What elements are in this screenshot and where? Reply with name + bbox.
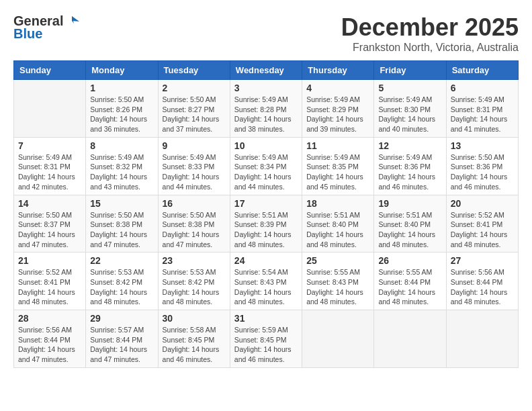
calendar-cell: 18Sunrise: 5:51 AM Sunset: 8:40 PM Dayli… (302, 195, 374, 253)
calendar-cell: 13Sunrise: 5:50 AM Sunset: 8:36 PM Dayli… (446, 137, 518, 195)
logo-bird-icon (64, 14, 79, 29)
calendar-cell (374, 310, 446, 368)
calendar-cell: 15Sunrise: 5:50 AM Sunset: 8:38 PM Dayli… (86, 195, 158, 253)
day-info: Sunrise: 5:50 AM Sunset: 8:37 PM Dayligh… (18, 210, 81, 250)
day-info: Sunrise: 5:51 AM Sunset: 8:40 PM Dayligh… (378, 210, 441, 250)
calendar-cell: 16Sunrise: 5:50 AM Sunset: 8:38 PM Dayli… (158, 195, 230, 253)
day-number: 9 (163, 140, 226, 151)
day-number: 25 (306, 255, 369, 266)
calendar-cell: 17Sunrise: 5:51 AM Sunset: 8:39 PM Dayli… (230, 195, 302, 253)
month-title: December 2025 (341, 13, 519, 42)
location-title: Frankston North, Victoria, Australia (341, 42, 519, 54)
calendar-cell: 31Sunrise: 5:59 AM Sunset: 8:45 PM Dayli… (230, 310, 302, 368)
day-header-saturday: Saturday (446, 61, 518, 80)
day-number: 1 (90, 83, 153, 93)
day-info: Sunrise: 5:49 AM Sunset: 8:35 PM Dayligh… (306, 152, 369, 192)
calendar-cell (14, 80, 86, 138)
day-number: 23 (163, 255, 226, 266)
day-info: Sunrise: 5:51 AM Sunset: 8:40 PM Dayligh… (306, 210, 369, 250)
calendar-cell: 1Sunrise: 5:50 AM Sunset: 8:26 PM Daylig… (86, 80, 158, 138)
day-number: 2 (163, 83, 226, 93)
day-header-tuesday: Tuesday (158, 61, 230, 80)
day-info: Sunrise: 5:49 AM Sunset: 8:29 PM Dayligh… (306, 95, 369, 134)
day-number: 4 (306, 83, 369, 93)
logo-blue-text: Blue (13, 26, 42, 42)
day-number: 16 (163, 198, 226, 209)
day-number: 28 (18, 313, 81, 324)
calendar-cell: 14Sunrise: 5:50 AM Sunset: 8:37 PM Dayli… (14, 195, 86, 253)
calendar-cell: 25Sunrise: 5:55 AM Sunset: 8:43 PM Dayli… (302, 253, 374, 310)
day-info: Sunrise: 5:49 AM Sunset: 8:30 PM Dayligh… (378, 95, 441, 134)
title-section: December 2025 Frankston North, Victoria,… (341, 13, 519, 54)
day-number: 19 (378, 198, 441, 209)
day-info: Sunrise: 5:56 AM Sunset: 8:44 PM Dayligh… (451, 267, 514, 307)
day-info: Sunrise: 5:50 AM Sunset: 8:38 PM Dayligh… (90, 210, 153, 250)
day-info: Sunrise: 5:50 AM Sunset: 8:26 PM Dayligh… (90, 95, 153, 134)
day-number: 20 (451, 198, 514, 209)
calendar-cell: 24Sunrise: 5:54 AM Sunset: 8:43 PM Dayli… (230, 253, 302, 310)
day-number: 30 (163, 313, 226, 324)
calendar-cell: 5Sunrise: 5:49 AM Sunset: 8:30 PM Daylig… (374, 80, 446, 138)
day-info: Sunrise: 5:49 AM Sunset: 8:34 PM Dayligh… (234, 152, 298, 192)
calendar-table: SundayMondayTuesdayWednesdayThursdayFrid… (13, 60, 519, 368)
day-info: Sunrise: 5:57 AM Sunset: 8:44 PM Dayligh… (90, 325, 153, 365)
calendar-cell: 7Sunrise: 5:49 AM Sunset: 8:31 PM Daylig… (14, 137, 86, 195)
calendar-cell: 4Sunrise: 5:49 AM Sunset: 8:29 PM Daylig… (302, 80, 374, 138)
day-info: Sunrise: 5:50 AM Sunset: 8:27 PM Dayligh… (163, 95, 226, 134)
calendar-week-row: 14Sunrise: 5:50 AM Sunset: 8:37 PM Dayli… (14, 195, 519, 253)
calendar-cell: 23Sunrise: 5:53 AM Sunset: 8:42 PM Dayli… (158, 253, 230, 310)
day-number: 14 (18, 198, 81, 209)
day-number: 18 (306, 198, 369, 209)
day-number: 31 (234, 313, 298, 324)
calendar-cell: 10Sunrise: 5:49 AM Sunset: 8:34 PM Dayli… (230, 137, 302, 195)
calendar-week-row: 1Sunrise: 5:50 AM Sunset: 8:26 PM Daylig… (14, 80, 519, 138)
day-number: 29 (90, 313, 153, 324)
day-info: Sunrise: 5:52 AM Sunset: 8:41 PM Dayligh… (451, 210, 514, 250)
day-header-monday: Monday (86, 61, 158, 80)
day-info: Sunrise: 5:50 AM Sunset: 8:36 PM Dayligh… (451, 152, 514, 192)
calendar-cell: 26Sunrise: 5:55 AM Sunset: 8:44 PM Dayli… (374, 253, 446, 310)
calendar-cell: 28Sunrise: 5:56 AM Sunset: 8:44 PM Dayli… (14, 310, 86, 368)
day-number: 8 (90, 140, 153, 151)
day-number: 17 (234, 198, 298, 209)
day-number: 22 (90, 255, 153, 266)
calendar-week-row: 7Sunrise: 5:49 AM Sunset: 8:31 PM Daylig… (14, 137, 519, 195)
day-header-thursday: Thursday (302, 61, 374, 80)
day-header-wednesday: Wednesday (230, 61, 302, 80)
day-info: Sunrise: 5:49 AM Sunset: 8:32 PM Dayligh… (90, 152, 153, 192)
day-info: Sunrise: 5:59 AM Sunset: 8:45 PM Dayligh… (234, 325, 298, 365)
day-number: 3 (234, 83, 298, 93)
day-number: 5 (378, 83, 441, 93)
day-info: Sunrise: 5:53 AM Sunset: 8:42 PM Dayligh… (90, 267, 153, 307)
calendar-cell: 21Sunrise: 5:52 AM Sunset: 8:41 PM Dayli… (14, 253, 86, 310)
day-info: Sunrise: 5:52 AM Sunset: 8:41 PM Dayligh… (18, 267, 81, 307)
day-info: Sunrise: 5:49 AM Sunset: 8:31 PM Dayligh… (451, 95, 514, 134)
day-info: Sunrise: 5:56 AM Sunset: 8:44 PM Dayligh… (18, 325, 81, 365)
day-number: 24 (234, 255, 298, 266)
day-info: Sunrise: 5:51 AM Sunset: 8:39 PM Dayligh… (234, 210, 298, 250)
day-number: 10 (234, 140, 298, 151)
day-header-friday: Friday (374, 61, 446, 80)
day-info: Sunrise: 5:49 AM Sunset: 8:28 PM Dayligh… (234, 95, 298, 134)
day-number: 11 (306, 140, 369, 151)
day-info: Sunrise: 5:55 AM Sunset: 8:44 PM Dayligh… (378, 267, 441, 307)
logo: General Blue (13, 13, 79, 42)
calendar-cell: 6Sunrise: 5:49 AM Sunset: 8:31 PM Daylig… (446, 80, 518, 138)
calendar-cell (302, 310, 374, 368)
calendar-cell: 22Sunrise: 5:53 AM Sunset: 8:42 PM Dayli… (86, 253, 158, 310)
calendar-cell: 2Sunrise: 5:50 AM Sunset: 8:27 PM Daylig… (158, 80, 230, 138)
day-info: Sunrise: 5:49 AM Sunset: 8:33 PM Dayligh… (163, 152, 226, 192)
calendar-cell: 19Sunrise: 5:51 AM Sunset: 8:40 PM Dayli… (374, 195, 446, 253)
day-number: 7 (18, 140, 81, 151)
calendar-cell: 9Sunrise: 5:49 AM Sunset: 8:33 PM Daylig… (158, 137, 230, 195)
calendar-cell: 20Sunrise: 5:52 AM Sunset: 8:41 PM Dayli… (446, 195, 518, 253)
calendar-cell: 8Sunrise: 5:49 AM Sunset: 8:32 PM Daylig… (86, 137, 158, 195)
day-info: Sunrise: 5:54 AM Sunset: 8:43 PM Dayligh… (234, 267, 298, 307)
day-info: Sunrise: 5:49 AM Sunset: 8:36 PM Dayligh… (378, 152, 441, 192)
day-number: 21 (18, 255, 81, 266)
calendar-week-row: 21Sunrise: 5:52 AM Sunset: 8:41 PM Dayli… (14, 253, 519, 310)
day-number: 6 (451, 83, 514, 93)
day-info: Sunrise: 5:50 AM Sunset: 8:38 PM Dayligh… (163, 210, 226, 250)
day-number: 15 (90, 198, 153, 209)
day-info: Sunrise: 5:58 AM Sunset: 8:45 PM Dayligh… (163, 325, 226, 365)
